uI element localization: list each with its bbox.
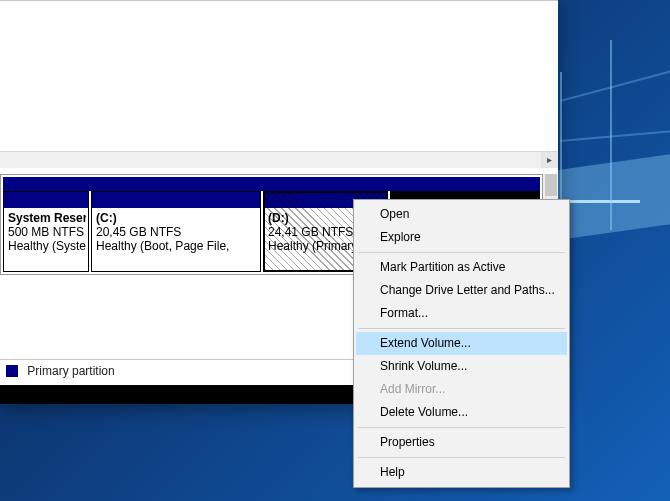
partition-size: 500 MB NTFS: [8, 225, 84, 239]
horizontal-scrollbar[interactable]: ▸: [0, 151, 558, 168]
partition-status: Healthy (Syster: [8, 239, 86, 253]
menu-delete-volume[interactable]: Delete Volume...: [356, 401, 567, 424]
desktop-background: ▸ System Reser 500 MB NTFS Healthy (Syst…: [0, 0, 670, 501]
menu-help[interactable]: Help: [356, 461, 567, 484]
partition-title: System Reser: [8, 211, 86, 225]
partition-title: (C:): [96, 211, 117, 225]
partition-size: 20,45 GB NTFS: [96, 225, 181, 239]
menu-separator: [358, 427, 565, 428]
partition-system-reserved[interactable]: System Reser 500 MB NTFS Healthy (Syster: [3, 191, 89, 272]
menu-mark-active[interactable]: Mark Partition as Active: [356, 256, 567, 279]
menu-shrink-volume[interactable]: Shrink Volume...: [356, 355, 567, 378]
legend-swatch-primary: [6, 365, 18, 377]
menu-open[interactable]: Open: [356, 203, 567, 226]
menu-separator: [358, 252, 565, 253]
menu-change-letter[interactable]: Change Drive Letter and Paths...: [356, 279, 567, 302]
partition-size: 24,41 GB NTFS: [268, 225, 353, 239]
partition-status: Healthy (Boot, Page File,: [96, 239, 229, 253]
partition-title: (D:): [268, 211, 289, 225]
menu-separator: [358, 328, 565, 329]
scroll-right-button[interactable]: ▸: [541, 152, 558, 168]
menu-separator: [358, 457, 565, 458]
menu-format[interactable]: Format...: [356, 302, 567, 325]
context-menu: Open Explore Mark Partition as Active Ch…: [353, 199, 570, 488]
legend-label-primary: Primary partition: [27, 364, 114, 378]
menu-extend-volume[interactable]: Extend Volume...: [356, 332, 567, 355]
scroll-thumb[interactable]: [545, 174, 557, 196]
menu-properties[interactable]: Properties: [356, 431, 567, 454]
volume-list-area: [0, 0, 558, 152]
menu-add-mirror: Add Mirror...: [356, 378, 567, 401]
menu-explore[interactable]: Explore: [356, 226, 567, 249]
partition-c[interactable]: (C:) 20,45 GB NTFS Healthy (Boot, Page F…: [91, 191, 261, 272]
disk-header-strip: [3, 177, 540, 191]
